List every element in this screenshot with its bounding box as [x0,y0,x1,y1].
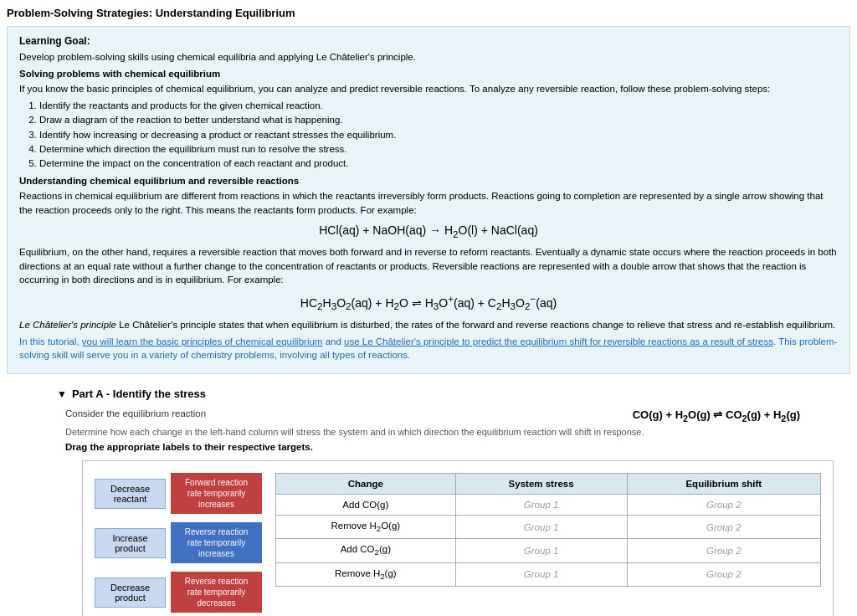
col-header-change: Change [276,474,456,495]
consider-text: Consider the equilibrium reaction [65,408,206,418]
table-row: Add CO2(g) Group 1 Group 2 [276,539,821,562]
col-header-stress: System stress [455,474,627,495]
activity-container: Decrease reactant Forward reaction rate … [82,460,834,616]
change-cell-3: Add CO2(g) [276,539,456,562]
solving-intro: If you know the basic principles of chem… [19,82,838,95]
stress-cell-2[interactable]: Group 1 [455,516,627,539]
equation-2: HC2H3O2(aq) + H2O ⇌ H3O+(aq) + C2H3O2−(a… [19,293,838,311]
table-row: Remove H2O(g) Group 1 Group 2 [276,516,821,539]
stress-cell-3[interactable]: Group 1 [455,539,627,562]
understanding-text1: Reactions in chemical equilibrium are di… [19,189,838,216]
learning-goal-text: Develop problem-solving skills using che… [19,50,838,64]
increase-product-btn[interactable]: Increase product [95,528,166,558]
page-title: Problem-Solving Strategies: Understandin… [7,7,850,19]
main-equation: CO(g) + H2O(g) ⇌ CO2(g) + H2(g) [633,408,800,424]
table-row: Add CO(g) Group 1 Group 2 [276,495,821,516]
steps-list: Identify the reactants and products for … [39,99,838,171]
page-container: Problem-Solving Strategies: Understandin… [0,0,857,616]
equation-1: HCl(aq) + NaOH(aq) → H2O(l) + NaCl(aq) [19,223,838,239]
tutorial-text: In this tutorial, you will learn the bas… [19,335,838,362]
understanding-header: Understanding chemical equilibrium and r… [19,176,838,186]
solving-header: Solving problems with chemical equilibri… [19,69,838,79]
step-3: Identify how increasing or decreasing a … [39,128,838,142]
table-row: Remove H2(g) Group 1 Group 2 [276,562,821,586]
shift-cell-4[interactable]: Group 2 [627,562,820,586]
label-pair-1: Decrease reactant Forward reaction rate … [95,473,262,514]
col-header-shift: Equilibrium shift [627,474,820,495]
part-a-header: ▼ Part A - Identify the stress [57,388,850,400]
step-5: Determine the impact on the concentratio… [39,157,838,171]
drag-instruction: Drag the appropriate labels to their res… [65,442,850,452]
step-1: Identify the reactants and products for … [39,99,838,113]
decrease-reactant-btn[interactable]: Decrease reactant [95,479,166,509]
step-2: Draw a diagram of the reaction to better… [39,113,838,127]
labels-column: Decrease reactant Forward reaction rate … [95,473,262,616]
shift-cell-3[interactable]: Group 2 [627,539,820,562]
decrease-reactant-tag[interactable]: Forward reaction rate temporarily increa… [171,473,262,514]
info-box: Learning Goal: Develop problem-solving s… [7,26,850,374]
le-chatelier-text: Le Châtelier's principle Le Châtelier's … [19,318,838,331]
decrease-product-btn[interactable]: Decrease product [95,578,166,608]
change-cell-1: Add CO(g) [276,495,456,516]
change-cell-2: Remove H2O(g) [276,516,456,539]
collapse-icon[interactable]: ▼ [57,388,67,400]
change-cell-4: Remove H2(g) [276,562,456,586]
learning-goal-label: Learning Goal: [19,35,838,47]
determine-text: Determine how each change in the left-ha… [65,427,850,437]
decrease-product-tag[interactable]: Reverse reaction rate temporarily decrea… [171,572,262,613]
part-a-section: ▼ Part A - Identify the stress Consider … [57,388,850,616]
step-4: Determine which direction the equilibriu… [39,142,838,157]
equilibrium-table: Change System stress Equilibrium shift A… [275,473,821,587]
stress-cell-4[interactable]: Group 1 [455,562,627,586]
stress-cell-1[interactable]: Group 1 [455,495,627,516]
understanding-text2: Equilibrium, on the other hand, requires… [19,245,838,285]
shift-cell-1[interactable]: Group 2 [627,495,820,516]
table-section: Change System stress Equilibrium shift A… [275,473,821,616]
label-pair-3: Decrease product Reverse reaction rate t… [95,572,262,613]
label-pair-2: Increase product Reverse reaction rate t… [95,522,262,563]
shift-cell-2[interactable]: Group 2 [627,516,820,539]
increase-product-tag[interactable]: Reverse reaction rate temporarily increa… [171,522,262,563]
